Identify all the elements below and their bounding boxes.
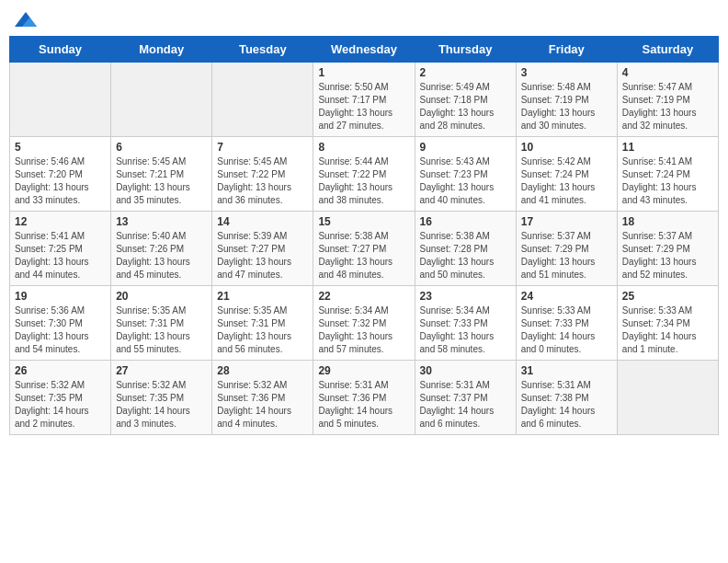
day-number: 11 bbox=[622, 141, 713, 154]
calendar-cell: 17Sunrise: 5:37 AMSunset: 7:29 PMDayligh… bbox=[516, 212, 617, 286]
calendar-cell: 6Sunrise: 5:45 AMSunset: 7:21 PMDaylight… bbox=[111, 137, 212, 212]
day-number: 29 bbox=[318, 364, 409, 377]
cell-content: Sunrise: 5:49 AMSunset: 7:18 PMDaylight:… bbox=[420, 81, 511, 132]
day-number: 23 bbox=[420, 290, 511, 303]
logo-icon bbox=[13, 10, 39, 30]
day-number: 28 bbox=[217, 364, 308, 377]
cell-content: Sunrise: 5:38 AMSunset: 7:27 PMDaylight:… bbox=[318, 230, 409, 282]
cell-content: Sunrise: 5:37 AMSunset: 7:29 PMDaylight:… bbox=[521, 230, 612, 282]
day-number: 18 bbox=[622, 215, 713, 228]
calendar-cell: 19Sunrise: 5:36 AMSunset: 7:30 PMDayligh… bbox=[10, 286, 111, 361]
cell-content: Sunrise: 5:36 AMSunset: 7:30 PMDaylight:… bbox=[15, 304, 106, 356]
cell-content: Sunrise: 5:45 AMSunset: 7:22 PMDaylight:… bbox=[217, 155, 308, 207]
day-number: 31 bbox=[521, 364, 612, 377]
day-number: 21 bbox=[217, 290, 308, 303]
calendar-cell: 24Sunrise: 5:33 AMSunset: 7:33 PMDayligh… bbox=[516, 286, 617, 361]
calendar-header-row: SundayMondayTuesdayWednesdayThursdayFrid… bbox=[10, 37, 719, 63]
cell-content: Sunrise: 5:50 AMSunset: 7:17 PMDaylight:… bbox=[318, 81, 409, 132]
calendar-cell: 25Sunrise: 5:33 AMSunset: 7:34 PMDayligh… bbox=[617, 286, 718, 361]
day-number: 24 bbox=[521, 290, 612, 303]
day-header-sunday: Sunday bbox=[10, 37, 111, 63]
calendar-cell: 31Sunrise: 5:31 AMSunset: 7:38 PMDayligh… bbox=[516, 361, 617, 435]
day-number: 22 bbox=[318, 290, 409, 303]
day-header-saturday: Saturday bbox=[617, 37, 718, 63]
day-number: 4 bbox=[622, 66, 713, 79]
cell-content: Sunrise: 5:39 AMSunset: 7:27 PMDaylight:… bbox=[217, 230, 308, 282]
cell-content: Sunrise: 5:41 AMSunset: 7:25 PMDaylight:… bbox=[15, 230, 106, 282]
day-number: 15 bbox=[318, 215, 409, 228]
calendar-cell: 26Sunrise: 5:32 AMSunset: 7:35 PMDayligh… bbox=[10, 361, 111, 435]
logo bbox=[13, 9, 42, 30]
day-number: 7 bbox=[217, 141, 308, 154]
day-number: 3 bbox=[521, 66, 612, 79]
cell-content: Sunrise: 5:37 AMSunset: 7:29 PMDaylight:… bbox=[622, 230, 713, 282]
cell-content: Sunrise: 5:31 AMSunset: 7:36 PMDaylight:… bbox=[318, 379, 409, 431]
cell-content: Sunrise: 5:42 AMSunset: 7:24 PMDaylight:… bbox=[521, 155, 612, 207]
day-number: 9 bbox=[420, 141, 511, 154]
calendar-cell: 11Sunrise: 5:41 AMSunset: 7:24 PMDayligh… bbox=[617, 137, 718, 212]
cell-content: Sunrise: 5:32 AMSunset: 7:35 PMDaylight:… bbox=[116, 379, 207, 431]
day-number: 10 bbox=[521, 141, 612, 154]
cell-content: Sunrise: 5:48 AMSunset: 7:19 PMDaylight:… bbox=[521, 81, 612, 132]
cell-content: Sunrise: 5:31 AMSunset: 7:38 PMDaylight:… bbox=[521, 379, 612, 431]
week-row-2: 5Sunrise: 5:46 AMSunset: 7:20 PMDaylight… bbox=[10, 137, 719, 212]
day-number: 16 bbox=[420, 215, 511, 228]
calendar-cell bbox=[111, 63, 212, 137]
day-number: 1 bbox=[318, 66, 409, 79]
day-header-wednesday: Wednesday bbox=[313, 37, 415, 63]
cell-content: Sunrise: 5:47 AMSunset: 7:19 PMDaylight:… bbox=[622, 81, 713, 132]
calendar-cell: 16Sunrise: 5:38 AMSunset: 7:28 PMDayligh… bbox=[415, 212, 516, 286]
calendar-cell: 4Sunrise: 5:47 AMSunset: 7:19 PMDaylight… bbox=[617, 63, 718, 137]
calendar-cell: 15Sunrise: 5:38 AMSunset: 7:27 PMDayligh… bbox=[313, 212, 415, 286]
day-number: 14 bbox=[217, 215, 308, 228]
cell-content: Sunrise: 5:32 AMSunset: 7:35 PMDaylight:… bbox=[15, 379, 106, 431]
calendar-cell: 18Sunrise: 5:37 AMSunset: 7:29 PMDayligh… bbox=[617, 212, 718, 286]
calendar-cell: 14Sunrise: 5:39 AMSunset: 7:27 PMDayligh… bbox=[212, 212, 313, 286]
day-number: 8 bbox=[318, 141, 409, 154]
week-row-3: 12Sunrise: 5:41 AMSunset: 7:25 PMDayligh… bbox=[10, 212, 719, 286]
day-number: 25 bbox=[622, 290, 713, 303]
calendar-cell bbox=[212, 63, 313, 137]
day-number: 17 bbox=[521, 215, 612, 228]
calendar-cell: 5Sunrise: 5:46 AMSunset: 7:20 PMDaylight… bbox=[10, 137, 111, 212]
cell-content: Sunrise: 5:34 AMSunset: 7:32 PMDaylight:… bbox=[318, 304, 409, 356]
calendar-cell: 2Sunrise: 5:49 AMSunset: 7:18 PMDaylight… bbox=[415, 63, 516, 137]
cell-content: Sunrise: 5:35 AMSunset: 7:31 PMDaylight:… bbox=[116, 304, 207, 356]
calendar-cell: 28Sunrise: 5:32 AMSunset: 7:36 PMDayligh… bbox=[212, 361, 313, 435]
calendar-cell: 8Sunrise: 5:44 AMSunset: 7:22 PMDaylight… bbox=[313, 137, 415, 212]
calendar-cell: 22Sunrise: 5:34 AMSunset: 7:32 PMDayligh… bbox=[313, 286, 415, 361]
calendar-cell: 13Sunrise: 5:40 AMSunset: 7:26 PMDayligh… bbox=[111, 212, 212, 286]
calendar-cell: 30Sunrise: 5:31 AMSunset: 7:37 PMDayligh… bbox=[415, 361, 516, 435]
cell-content: Sunrise: 5:43 AMSunset: 7:23 PMDaylight:… bbox=[420, 155, 511, 207]
day-header-thursday: Thursday bbox=[415, 37, 516, 63]
cell-content: Sunrise: 5:45 AMSunset: 7:21 PMDaylight:… bbox=[116, 155, 207, 207]
cell-content: Sunrise: 5:40 AMSunset: 7:26 PMDaylight:… bbox=[116, 230, 207, 282]
calendar-cell: 12Sunrise: 5:41 AMSunset: 7:25 PMDayligh… bbox=[10, 212, 111, 286]
day-number: 20 bbox=[116, 290, 207, 303]
calendar-cell bbox=[10, 63, 111, 137]
cell-content: Sunrise: 5:31 AMSunset: 7:37 PMDaylight:… bbox=[420, 379, 511, 431]
cell-content: Sunrise: 5:46 AMSunset: 7:20 PMDaylight:… bbox=[15, 155, 106, 207]
day-number: 13 bbox=[116, 215, 207, 228]
calendar-cell: 23Sunrise: 5:34 AMSunset: 7:33 PMDayligh… bbox=[415, 286, 516, 361]
calendar-cell: 27Sunrise: 5:32 AMSunset: 7:35 PMDayligh… bbox=[111, 361, 212, 435]
calendar-cell: 1Sunrise: 5:50 AMSunset: 7:17 PMDaylight… bbox=[313, 63, 415, 137]
cell-content: Sunrise: 5:33 AMSunset: 7:34 PMDaylight:… bbox=[622, 304, 713, 356]
page-header bbox=[9, 9, 719, 30]
cell-content: Sunrise: 5:32 AMSunset: 7:36 PMDaylight:… bbox=[217, 379, 308, 431]
week-row-5: 26Sunrise: 5:32 AMSunset: 7:35 PMDayligh… bbox=[10, 361, 719, 435]
day-header-friday: Friday bbox=[516, 37, 617, 63]
day-number: 19 bbox=[15, 290, 106, 303]
calendar-cell: 7Sunrise: 5:45 AMSunset: 7:22 PMDaylight… bbox=[212, 137, 313, 212]
day-number: 6 bbox=[116, 141, 207, 154]
calendar-cell: 10Sunrise: 5:42 AMSunset: 7:24 PMDayligh… bbox=[516, 137, 617, 212]
calendar-cell: 21Sunrise: 5:35 AMSunset: 7:31 PMDayligh… bbox=[212, 286, 313, 361]
day-header-monday: Monday bbox=[111, 37, 212, 63]
calendar-cell: 3Sunrise: 5:48 AMSunset: 7:19 PMDaylight… bbox=[516, 63, 617, 137]
day-number: 26 bbox=[15, 364, 106, 377]
cell-content: Sunrise: 5:44 AMSunset: 7:22 PMDaylight:… bbox=[318, 155, 409, 207]
day-number: 2 bbox=[420, 66, 511, 79]
calendar-cell: 9Sunrise: 5:43 AMSunset: 7:23 PMDaylight… bbox=[415, 137, 516, 212]
week-row-4: 19Sunrise: 5:36 AMSunset: 7:30 PMDayligh… bbox=[10, 286, 719, 361]
day-header-tuesday: Tuesday bbox=[212, 37, 313, 63]
